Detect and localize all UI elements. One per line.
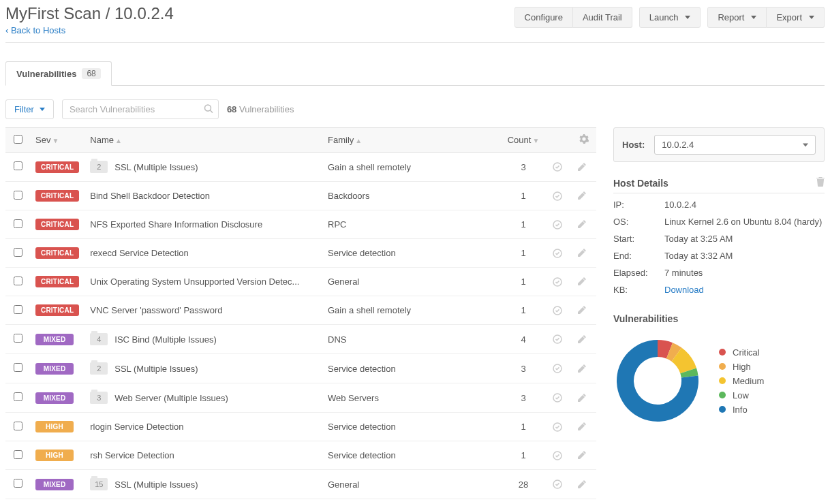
back-to-hosts-link[interactable]: ‹ Back to Hosts (5, 25, 65, 36)
filter-button[interactable]: Filter (5, 99, 54, 119)
vuln-family: General (322, 268, 499, 296)
vuln-donut-chart (613, 336, 702, 425)
status-icon[interactable] (553, 364, 566, 373)
table-row[interactable]: MIXED 3 Web Server (Multiple Issues) Web… (5, 383, 596, 413)
severity-pill: CRITICAL (35, 276, 79, 287)
detail-key: Elapsed: (613, 268, 664, 278)
row-checkbox[interactable] (14, 450, 22, 459)
table-row[interactable]: CRITICAL VNC Server 'password' Password … (5, 296, 596, 325)
svg-point-0 (204, 105, 211, 111)
severity-pill: CRITICAL (35, 304, 79, 316)
detail-key: OS: (613, 217, 664, 227)
status-icon[interactable] (553, 162, 566, 172)
detail-row: Elapsed:7 minutes (613, 264, 825, 281)
name-cell: 15 SSL (Multiple Issues) (90, 478, 317, 490)
table-row[interactable]: CRITICAL Unix Operating System Unsupport… (5, 268, 596, 296)
edit-icon[interactable] (577, 451, 591, 460)
table-row[interactable]: CRITICAL rexecd Service Detection Servic… (5, 239, 596, 268)
title-block: MyFirst Scan / 10.0.2.4 ‹ Back to Hosts (5, 4, 174, 35)
row-checkbox[interactable] (14, 479, 22, 488)
tabs: Vulnerabilities 68 (5, 61, 825, 86)
toolbar: Configure Audit Trail Launch Report Expo… (514, 4, 825, 28)
table-row[interactable]: MIXED 2 SSL (Multiple Issues) Service de… (5, 354, 596, 383)
search-icon[interactable] (204, 104, 213, 115)
row-checkbox[interactable] (14, 277, 22, 285)
status-icon[interactable] (553, 306, 566, 315)
status-icon[interactable] (553, 479, 566, 489)
detail-key: KB: (613, 285, 664, 295)
status-icon[interactable] (553, 249, 566, 258)
table-row[interactable]: HIGH rsh Service Detection Service detec… (5, 441, 596, 470)
sort-asc-icon: ▲ (115, 137, 122, 144)
edit-icon[interactable] (577, 394, 591, 403)
row-checkbox[interactable] (14, 305, 22, 314)
edit-icon[interactable] (577, 335, 591, 344)
tab-vulnerabilities[interactable]: Vulnerabilities 68 (5, 61, 112, 86)
export-button[interactable]: Export (767, 7, 825, 28)
name-cell: rlogin Service Detection (90, 422, 317, 432)
chevron-down-icon (685, 16, 690, 19)
audit-trail-button[interactable]: Audit Trail (573, 7, 632, 28)
status-icon[interactable] (553, 191, 566, 201)
severity-pill: MIXED (35, 363, 74, 375)
folder-count-badge: 2 (90, 161, 108, 173)
row-checkbox[interactable] (14, 392, 22, 401)
kb-download-link[interactable]: Download (664, 285, 704, 295)
vuln-count: 1 (499, 182, 547, 210)
vuln-family: Gain a shell remotely (322, 153, 499, 182)
launch-button[interactable]: Launch (639, 7, 701, 28)
name-cell: Bind Shell Backdoor Detection (90, 191, 317, 201)
vuln-name: Unix Operating System Unsupported Versio… (90, 277, 299, 287)
host-details-header: Host Details (613, 177, 825, 193)
status-icon[interactable] (553, 220, 566, 230)
table-row[interactable]: CRITICAL Bind Shell Backdoor Detection B… (5, 182, 596, 210)
select-all-checkbox[interactable] (14, 135, 22, 144)
search-input[interactable] (62, 99, 219, 119)
filter-label: Filter (14, 104, 34, 114)
edit-icon[interactable] (577, 364, 591, 373)
edit-icon[interactable] (577, 306, 591, 315)
edit-icon[interactable] (577, 422, 591, 431)
table-row[interactable]: MIXED 4 ISC Bind (Multiple Issues) DNS 4 (5, 325, 596, 354)
edit-icon[interactable] (577, 480, 591, 489)
edit-icon[interactable] (577, 191, 591, 200)
delete-host-button[interactable] (816, 177, 825, 189)
name-cell: VNC Server 'password' Password (90, 305, 317, 315)
name-cell: rexecd Service Detection (90, 248, 317, 258)
table-row[interactable]: MIXED 15 SSL (Multiple Issues) General 2… (5, 470, 596, 499)
col-sev[interactable]: Sev▼ (30, 128, 84, 153)
gear-icon (579, 134, 589, 144)
col-settings[interactable] (572, 128, 596, 153)
edit-icon[interactable] (577, 277, 591, 286)
report-button[interactable]: Report (707, 7, 767, 28)
row-checkbox[interactable] (14, 334, 22, 343)
row-checkbox[interactable] (14, 248, 22, 257)
table-row[interactable]: HIGH rlogin Service Detection Service de… (5, 413, 596, 441)
status-icon[interactable] (553, 451, 566, 460)
status-icon[interactable] (553, 277, 566, 287)
col-name[interactable]: Name▲ (84, 128, 322, 153)
row-checkbox[interactable] (14, 219, 22, 228)
configure-button[interactable]: Configure (514, 7, 573, 28)
edit-icon[interactable] (577, 163, 591, 172)
host-dropdown[interactable]: 10.0.2.4 (654, 135, 816, 155)
edit-icon[interactable] (577, 249, 591, 257)
row-checkbox[interactable] (14, 161, 22, 170)
status-icon[interactable] (553, 393, 566, 403)
legend-dot (719, 349, 726, 356)
row-checkbox[interactable] (14, 422, 22, 430)
vuln-name: Bind Shell Backdoor Detection (90, 191, 210, 201)
host-details-title: Host Details (613, 178, 668, 189)
col-family[interactable]: Family▲ (322, 128, 499, 153)
name-cell: rsh Service Detection (90, 450, 317, 460)
table-row[interactable]: CRITICAL 2 SSL (Multiple Issues) Gain a … (5, 153, 596, 182)
col-count[interactable]: Count▼ (499, 128, 547, 153)
edit-icon[interactable] (577, 220, 591, 229)
legend-label: Medium (733, 376, 764, 386)
row-checkbox[interactable] (14, 363, 22, 372)
table-row[interactable]: CRITICAL NFS Exported Share Information … (5, 210, 596, 239)
status-icon[interactable] (553, 334, 566, 344)
status-icon[interactable] (553, 422, 566, 432)
name-cell: Unix Operating System Unsupported Versio… (90, 277, 317, 287)
row-checkbox[interactable] (14, 191, 22, 200)
